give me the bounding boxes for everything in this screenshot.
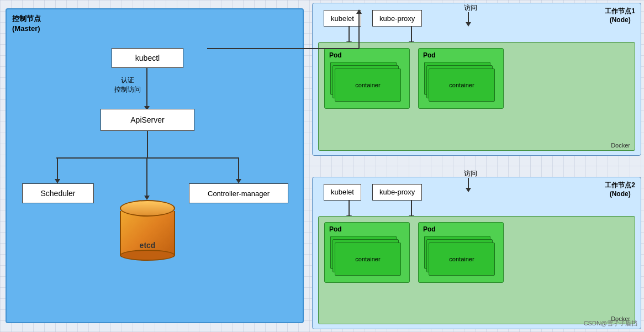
pod-label-2b: Pod: [423, 225, 436, 233]
branch-horiz: [56, 157, 239, 159]
pod-label-1a: Pod: [329, 51, 342, 59]
scheduler-box: Scheduler: [22, 183, 94, 203]
controller-box: Controller-manager: [189, 183, 288, 203]
etcd-container: etcd: [114, 200, 181, 272]
kubelet-label-1: kubelet: [331, 14, 354, 23]
cyl-top: [120, 200, 175, 217]
container-stack-2a: container: [329, 235, 405, 278]
container-stack-2b: container: [423, 235, 499, 278]
arr-proxy-1: [411, 27, 412, 42]
container-label-2b: container: [449, 256, 474, 262]
kubectl-box: kubectl: [112, 48, 183, 68]
container-card-front-1b: container: [429, 68, 495, 102]
kubelet-label-2: kubelet: [331, 188, 354, 196]
worker-node-2: 工作节点2 (Node) kubelet kube-proxy Docker: [312, 177, 641, 330]
arr-kubelet-1: [349, 27, 350, 42]
etcd-label: etcd: [120, 241, 175, 250]
container-label-1a: container: [355, 82, 380, 88]
branch-left: [57, 157, 58, 180]
docker-area-1: Docker Pod container: [318, 42, 635, 151]
pods-row-1: Pod container Pod: [324, 48, 504, 109]
auth-label: 认证 控制访问: [114, 76, 141, 94]
proxy-label-2: kube-proxy: [379, 188, 415, 196]
docker-label-1: Docker: [611, 142, 630, 149]
worker-node-1: 工作节点1 (Node) kubelet kube-proxy Docker: [312, 3, 641, 156]
scheduler-label: Scheduler: [40, 189, 75, 198]
container-card-front-1a: container: [335, 68, 401, 102]
branch-right: [238, 157, 239, 180]
pod-box-2b: Pod container: [418, 222, 504, 283]
docker-area-2: Docker Pod container: [318, 216, 635, 325]
kubelet-box-2: kubelet: [324, 184, 361, 201]
container-stack-1a: container: [329, 61, 405, 104]
pods-row-2: Pod container Pod: [324, 222, 504, 283]
controller-label: Controller-manager: [208, 189, 270, 198]
proxy-label-1: kube-proxy: [379, 14, 415, 23]
cyl-bottom-ellipse: [120, 250, 175, 261]
proxy-box-2: kube-proxy: [372, 184, 422, 201]
kube-row-1: kubelet kube-proxy: [324, 10, 422, 27]
branch-main: [147, 131, 148, 159]
arrow-kubectl-apiserver: [146, 68, 147, 107]
arr-proxy-2: [411, 201, 412, 216]
pod-box-2a: Pod container: [324, 222, 410, 283]
container-label-2a: container: [355, 256, 380, 262]
container-stack-1b: container: [423, 61, 499, 104]
branch-center: [146, 157, 147, 196]
worker-node-2-label: 工作节点2 (Node): [605, 181, 635, 198]
arr-kubelet-2: [349, 201, 350, 216]
container-card-front-2b: container: [429, 243, 495, 276]
container-card-front-2a: container: [335, 243, 401, 276]
kubelet-box-1: kubelet: [324, 10, 361, 27]
kube-row-2: kubelet kube-proxy: [324, 184, 422, 201]
diagram-wrapper: 访问 访问 控制节点 (Master) kubectl 认证 控制访问 ApiS…: [0, 0, 644, 332]
pod-label-1b: Pod: [423, 51, 436, 59]
pod-box-1b: Pod container: [418, 48, 504, 109]
right-panels: 工作节点1 (Node) kubelet kube-proxy Docker: [304, 0, 644, 332]
pod-label-2a: Pod: [329, 225, 342, 233]
apiserver-label: ApiServer: [130, 115, 164, 124]
kubectl-label: kubectl: [135, 54, 160, 62]
apiserver-box: ApiServer: [101, 109, 194, 131]
worker-node-1-label: 工作节点1 (Node): [605, 7, 635, 24]
control-panel-label: 控制节点 (Master): [12, 14, 41, 34]
watermark: CSDN@雪孑子盾挡: [584, 319, 637, 328]
etcd-cylinder: etcd: [120, 200, 175, 261]
control-panel: 控制节点 (Master) kubectl 认证 控制访问 ApiServer …: [6, 8, 304, 323]
container-label-1b: container: [449, 82, 474, 88]
proxy-box-1: kube-proxy: [372, 10, 422, 27]
pod-box-1a: Pod container: [324, 48, 410, 109]
